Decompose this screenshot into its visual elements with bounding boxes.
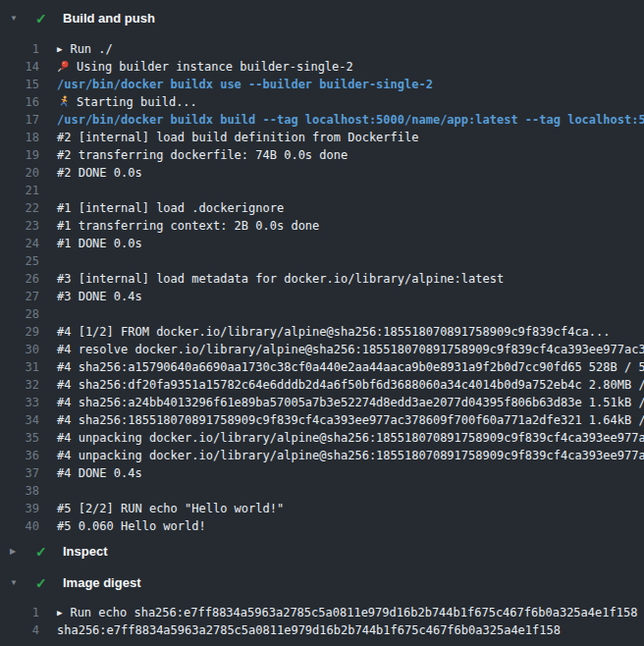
log-text: #1 [internal] load .dockerignore <box>57 201 284 215</box>
log-text: #4 resolve docker.io/library/alpine@sha2… <box>57 343 644 356</box>
log-text: #3 [internal] load metadata for docker.i… <box>57 272 504 286</box>
log-line-content: /usr/bin/docker buildx use --builder bui… <box>57 76 433 93</box>
line-number[interactable]: 30 <box>0 341 39 358</box>
line-number[interactable]: 1 <box>0 604 39 621</box>
section-header-inspect[interactable]: ▶✓Inspect <box>0 543 644 561</box>
log-line[interactable]: 36#4 unpacking docker.io/library/alpine@… <box>0 447 644 464</box>
line-number[interactable]: 29 <box>0 323 39 341</box>
section-header-image-digest[interactable]: ▼✓Image digest <box>0 574 644 592</box>
line-number[interactable]: 1 <box>0 40 39 58</box>
log-line-content: #4 sha256:df20fa9351a15782c64e6dddb2d4a6… <box>57 376 644 394</box>
log-line[interactable]: 26#3 [internal] load metadata for docker… <box>0 270 644 288</box>
log-line-content: #4 resolve docker.io/library/alpine@sha2… <box>57 341 644 358</box>
log-text: sha256:e7ff8834a5963a2785c5a0811e979d16b… <box>57 623 561 637</box>
chevron-down-icon[interactable]: ▼ <box>10 10 24 27</box>
chevron-right-icon[interactable]: ▶ <box>10 543 24 561</box>
log-line[interactable]: 29#4 [1/2] FROM docker.io/library/alpine… <box>0 323 644 341</box>
log-section-build-and-push: ▼✓Build and push1▶Run ./14Using builder … <box>0 10 644 540</box>
line-number[interactable]: 14 <box>0 58 39 76</box>
log-text: #5 0.060 Hello world! <box>57 519 206 533</box>
log-text: #4 unpacking docker.io/library/alpine@sh… <box>57 431 644 445</box>
line-number[interactable]: 23 <box>0 217 39 235</box>
log-text: /usr/bin/docker buildx build --tag local… <box>57 113 644 127</box>
log-text: Run ./ <box>70 42 112 56</box>
log-line-content: #4 sha256:a15790640a6690aa1730c38cf0a440… <box>57 358 644 376</box>
log-line-content: #4 unpacking docker.io/library/alpine@sh… <box>57 429 644 447</box>
line-number[interactable]: 17 <box>0 111 39 129</box>
log-line[interactable]: 15/usr/bin/docker buildx use --builder b… <box>0 76 644 93</box>
log-line[interactable]: 24#1 DONE 0.0s <box>0 235 644 252</box>
log-line[interactable]: 14Using builder instance builder-single-… <box>0 58 644 76</box>
log-line[interactable]: 25 <box>0 252 644 270</box>
log-line[interactable]: 39#5 [2/2] RUN echo "Hello world!" <box>0 500 644 517</box>
line-number[interactable]: 33 <box>0 394 39 411</box>
log-text: Run echo sha256:e7ff8834a5963a2785c5a081… <box>70 606 637 619</box>
log-line-content: #2 DONE 0.0s <box>57 164 142 182</box>
log-line[interactable]: 40#5 0.060 Hello world! <box>0 517 644 535</box>
line-number[interactable]: 25 <box>0 252 39 270</box>
log-line[interactable]: 21 <box>0 182 644 199</box>
log-line[interactable]: 1▶Run echo sha256:e7ff8834a5963a2785c5a0… <box>0 604 644 621</box>
log-line[interactable]: 37#4 DONE 0.4s <box>0 464 644 482</box>
log-line-content: #4 unpacking docker.io/library/alpine@sh… <box>57 447 644 464</box>
log-line-content: /usr/bin/docker buildx build --tag local… <box>57 111 644 129</box>
line-number[interactable]: 36 <box>0 447 39 464</box>
log-line[interactable]: 23#1 transferring context: 2B 0.0s done <box>0 217 644 235</box>
line-number[interactable]: 32 <box>0 376 39 394</box>
log-line[interactable]: 1▶Run ./ <box>0 40 644 58</box>
log-line[interactable]: 20#2 DONE 0.0s <box>0 164 644 182</box>
log-text: #2 [internal] load build definition from… <box>57 131 418 144</box>
line-number[interactable]: 39 <box>0 500 39 517</box>
log-text: #4 sha256:a15790640a6690aa1730c38cf0a440… <box>57 360 644 374</box>
log-line[interactable]: 28 <box>0 305 644 323</box>
line-number[interactable]: 27 <box>0 288 39 305</box>
log-line[interactable]: 34#4 sha256:185518070891758909c9f839cf4c… <box>0 411 644 429</box>
log-text: #4 DONE 0.4s <box>57 466 142 480</box>
log-line-content: #4 sha256:185518070891758909c9f839cf4ca3… <box>57 411 644 429</box>
log-line[interactable]: 18#2 [internal] load build definition fr… <box>0 129 644 146</box>
line-number[interactable]: 37 <box>0 464 39 482</box>
line-number[interactable]: 18 <box>0 129 39 146</box>
log-line[interactable]: 30#4 resolve docker.io/library/alpine@sh… <box>0 341 644 358</box>
line-number[interactable]: 28 <box>0 305 39 323</box>
line-number[interactable]: 34 <box>0 411 39 429</box>
log-line[interactable]: 31#4 sha256:a15790640a6690aa1730c38cf0a4… <box>0 358 644 376</box>
log-line-content: #3 [internal] load metadata for docker.i… <box>57 270 504 288</box>
success-check-icon: ✓ <box>35 574 51 592</box>
log-line[interactable]: 33#4 sha256:a24bb4013296f61e89ba57005a7b… <box>0 394 644 411</box>
log-line-content: #1 [internal] load .dockerignore <box>57 199 284 217</box>
line-number[interactable]: 24 <box>0 235 39 252</box>
line-number[interactable]: 21 <box>0 182 39 199</box>
line-number[interactable]: 15 <box>0 76 39 93</box>
log-line[interactable]: 32#4 sha256:df20fa9351a15782c64e6dddb2d4… <box>0 376 644 394</box>
log-line-content: #1 transferring context: 2B 0.0s done <box>57 217 319 235</box>
log-text: #1 DONE 0.0s <box>57 237 142 250</box>
line-number[interactable]: 22 <box>0 199 39 217</box>
line-number[interactable]: 31 <box>0 358 39 376</box>
section-title: Image digest <box>63 574 140 592</box>
log-line[interactable]: 19#2 transferring dockerfile: 74B 0.0s d… <box>0 146 644 164</box>
log-line-content: Using builder instance builder-single-2 <box>57 58 353 76</box>
log-line-content: #4 sha256:a24bb4013296f61e89ba57005a7b3e… <box>57 394 644 411</box>
log-section-inspect: ▶✓Inspect <box>0 543 644 561</box>
log-line[interactable]: 35#4 unpacking docker.io/library/alpine@… <box>0 429 644 447</box>
log-line[interactable]: 27#3 DONE 0.4s <box>0 288 644 305</box>
line-number[interactable]: 26 <box>0 270 39 288</box>
line-number[interactable]: 40 <box>0 517 39 535</box>
log-line[interactable]: 17/usr/bin/docker buildx build --tag loc… <box>0 111 644 129</box>
log-line[interactable]: 4sha256:e7ff8834a5963a2785c5a0811e979d16… <box>0 621 644 639</box>
success-check-icon: ✓ <box>35 543 51 561</box>
chevron-down-icon[interactable]: ▼ <box>10 574 24 592</box>
log-line[interactable]: 16Starting build... <box>0 93 644 111</box>
line-number[interactable]: 20 <box>0 164 39 182</box>
line-number[interactable]: 38 <box>0 482 39 500</box>
line-number[interactable]: 19 <box>0 146 39 164</box>
section-header-build-and-push[interactable]: ▼✓Build and push <box>0 10 644 27</box>
line-number[interactable]: 4 <box>0 621 39 639</box>
log-text: Starting build... <box>77 95 197 109</box>
line-number[interactable]: 35 <box>0 429 39 447</box>
log-line[interactable]: 38 <box>0 482 644 500</box>
log-line[interactable]: 22#1 [internal] load .dockerignore <box>0 199 644 217</box>
line-number[interactable]: 16 <box>0 93 39 111</box>
log-text: #4 [1/2] FROM docker.io/library/alpine@s… <box>57 325 611 339</box>
